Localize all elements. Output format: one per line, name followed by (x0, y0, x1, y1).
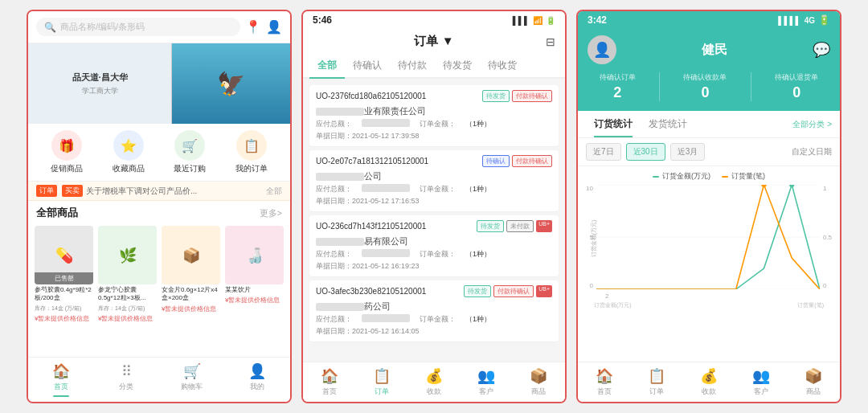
nav-products[interactable]: 📦 商品 (788, 367, 840, 397)
svg-point-3 (789, 185, 794, 187)
chart-svg (596, 185, 820, 289)
orders-icon: 📋 (648, 367, 665, 385)
fav-nav-item[interactable]: ⭐ 收藏商品 (113, 130, 145, 174)
username: 健民 (616, 42, 813, 59)
promo-nav-item[interactable]: 🎁 促销商品 (51, 130, 83, 174)
order-label: 我的订单 (235, 163, 268, 174)
tab-pending-confirm[interactable]: 待确认 (345, 54, 390, 77)
active-indicator (53, 395, 69, 397)
nav-home[interactable]: 🏠 首页 (303, 367, 355, 397)
order-company: 药公司 (316, 301, 552, 313)
tab-ship-stats[interactable]: 发货统计 (641, 111, 695, 137)
payment-label: 收款 (427, 386, 441, 397)
nav-payment[interactable]: 💰 收款 (682, 367, 735, 397)
qty-value: （1种） (465, 314, 491, 325)
order-details: 应付总额： 订单金额： （1种） (316, 249, 552, 260)
nav-customers[interactable]: 👥 客户 (735, 367, 788, 397)
y-axis-left-label: 订货金额(万元) (594, 301, 632, 309)
product-name: 参龙宁心胶囊0.5g*12粒×3板... (98, 286, 157, 303)
stat-divider (751, 72, 751, 101)
table-row[interactable]: UO-2376fcd180a62105120001 待发货 付款待确认 业有限责… (309, 85, 559, 147)
notice-more-link[interactable]: 全部 (266, 186, 282, 197)
notice-tag: 订单 (36, 185, 57, 197)
order-company: 易有限公司 (316, 235, 552, 247)
products-grid: 💊 已售罄 参芍胶囊0.4g*9粒*2板/200盒 库存：14盒 (万/箱) ¥… (28, 223, 290, 357)
stat-confirm-orders: 待确认订单 2 (600, 72, 636, 101)
bottom-nav-cart[interactable]: 🛒 购物车 (159, 362, 225, 397)
product-image: 💊 已售罄 (35, 226, 93, 284)
tag-unpaid: 未付款 (506, 220, 534, 232)
product-image: 🍶 (225, 226, 284, 284)
mine-label: 我的 (250, 382, 264, 392)
order-tags: 待发货 未付款 UB+ (477, 220, 552, 232)
table-row[interactable]: UO-236cd7h143f12105120001 待发货 未付款 UB+ 易有… (309, 215, 559, 277)
message-icon[interactable]: 💬 (813, 41, 830, 59)
tab-pending-receive[interactable]: 待收货 (480, 54, 525, 77)
phone3-frame: 3:42 ▌▌▌▌ 4G 🔋 👤 健民 💬 待确认订单 2 待确认收款单 0 (576, 10, 841, 403)
user-header: 👤 健民 💬 待确认订单 2 待确认收款单 0 待确认退货单 0 (578, 29, 840, 111)
order-icon: 📋 (236, 130, 267, 161)
mine-icon: 👤 (248, 362, 266, 380)
bottom-nav-home[interactable]: 🏠 首页 (28, 362, 94, 397)
bottom-nav-mine[interactable]: 👤 我的 (225, 362, 291, 397)
nav-home[interactable]: 🏠 首页 (578, 367, 630, 397)
battery-icon: 🔋 (818, 14, 830, 26)
amount-label: 应付总额： (316, 184, 352, 194)
fav-icon: ⭐ (113, 130, 144, 161)
filter-icon[interactable]: ⊟ (546, 35, 555, 48)
cart-icon: 🛒 (183, 362, 201, 380)
order-tags: 待确认 付款待确认 (482, 155, 552, 167)
orange-legend-dot (722, 176, 728, 178)
nav-customers[interactable]: 👥 客户 (461, 367, 513, 397)
y-left-bot: 0 (589, 282, 592, 289)
product-image: 📦 (162, 226, 220, 284)
status-bar: 5:46 ▌▌▌ 📶 🔋 (303, 11, 565, 29)
svg-point-4 (761, 185, 766, 187)
list-item[interactable]: 🌿 参龙宁心胶囊0.5g*12粒×3板... 库存：14盒 (万/箱) ¥暂未提… (98, 226, 157, 354)
filter-30days[interactable]: 近30日 (626, 143, 665, 161)
nav-products[interactable]: 📦 商品 (513, 367, 565, 397)
recent-nav-item[interactable]: 🛒 最近订购 (174, 130, 206, 174)
category-label: 分类 (119, 382, 133, 392)
list-item[interactable]: 💊 已售罄 参芍胶囊0.4g*9粒*2板/200盒 库存：14盒 (万/箱) ¥… (35, 226, 93, 354)
axis-labels-bottom: 订货金额(万元) 订货量(笔) (586, 300, 832, 309)
amount-value (362, 119, 410, 127)
tab-all[interactable]: 全部 (309, 54, 345, 77)
orders-icon: 📋 (373, 367, 391, 385)
tag-pay: 付款待确认 (512, 90, 552, 102)
search-bar[interactable]: 🔍 商品名称/编码/条形码 (36, 18, 240, 36)
table-row[interactable]: UO-2e07c7a181312105120001 待确认 付款待确认 公司 应… (309, 150, 559, 212)
filter-3months[interactable]: 近3月 (670, 143, 706, 161)
tab-pending-ship[interactable]: 待发货 (435, 54, 480, 77)
bottom-nav-category[interactable]: ⠿ 分类 (94, 362, 160, 397)
payment-label: 收款 (702, 386, 716, 397)
custom-date-link[interactable]: 自定义日期 (792, 146, 832, 157)
filter-7days[interactable]: 近7日 (586, 143, 621, 161)
stat-label: 待确认收款单 (683, 72, 727, 83)
list-item[interactable]: 📦 女金片0.6g×12片x4盒×200盒 ¥暂未提供价格信息 (162, 226, 220, 354)
user-icon[interactable]: 👤 (266, 19, 282, 35)
stat-label: 待确认订单 (600, 72, 636, 83)
nav-orders[interactable]: 📋 订单 (630, 367, 682, 397)
list-item[interactable]: 🍶 某某饮片 ¥暂未提供价格信息 (225, 226, 284, 354)
phone1-frame: 🔍 商品名称/编码/条形码 📍 👤 品天道·昌大华 学工商大学 🦅 🎁 促销商品 (27, 10, 292, 403)
amount-value (362, 249, 410, 257)
tab-pending-pay[interactable]: 待付款 (390, 54, 435, 77)
location-icon[interactable]: 📍 (245, 19, 261, 35)
nav-payment[interactable]: 💰 收款 (407, 367, 460, 397)
x-axis-labels: 2 (586, 292, 832, 300)
customers-label: 客户 (479, 386, 493, 397)
chart-area: 订货金额(万元) 订货量(笔) 10 5 0 订货金额(万元) (578, 166, 840, 362)
search-input[interactable]: 商品名称/编码/条形码 (60, 21, 145, 33)
order-id: UO-2376fcd180a62105120001 (316, 92, 426, 100)
product-price: ¥暂未提供价格信息 (98, 314, 157, 323)
order-nav-item[interactable]: 📋 我的订单 (235, 130, 268, 174)
order-company: 公司 (316, 170, 552, 182)
tab-order-stats[interactable]: 订货统计 (586, 111, 641, 137)
nav-orders[interactable]: 📋 订单 (355, 367, 407, 397)
table-row[interactable]: UO-3afec3b230e82105120001 待发货 付款待确认 UB+ … (309, 280, 559, 342)
all-categories-link[interactable]: 全部分类 > (792, 119, 832, 130)
products-icon: 📦 (805, 367, 822, 385)
stat-value: 0 (775, 84, 818, 101)
section-more-link[interactable]: 更多> (260, 207, 282, 219)
